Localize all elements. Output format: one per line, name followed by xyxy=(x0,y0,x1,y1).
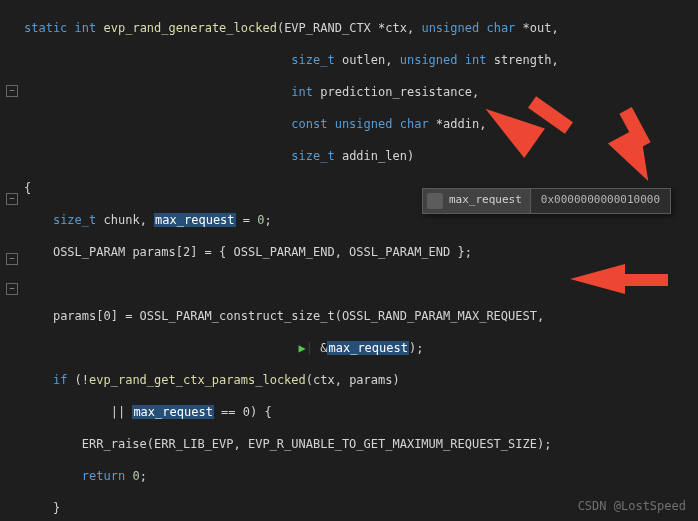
variable-icon xyxy=(427,193,443,209)
fold-gutter: − − − − xyxy=(0,0,24,521)
highlight-max-request: max_request xyxy=(154,213,235,227)
type-int: int xyxy=(75,21,97,35)
code-content[interactable]: static int evp_rand_generate_locked(EVP_… xyxy=(24,0,698,521)
function-name: evp_rand_generate_locked xyxy=(104,21,277,35)
fold-toggle[interactable]: − xyxy=(6,283,18,295)
highlight-max-request: max_request xyxy=(132,405,213,419)
code-editor[interactable]: − − − − static int evp_rand_generate_loc… xyxy=(0,0,698,521)
debug-tooltip: max_request 0x0000000000010000 xyxy=(422,188,671,214)
keyword-static: static xyxy=(24,21,67,35)
fold-toggle[interactable]: − xyxy=(6,85,18,97)
watermark: CSDN @LostSpeed xyxy=(578,499,686,513)
fold-toggle[interactable]: − xyxy=(6,193,18,205)
tooltip-variable-value: 0x0000000000010000 xyxy=(530,189,670,213)
construct-call: params[0] = OSSL_PARAM_construct_size_t(… xyxy=(53,309,544,323)
fold-toggle[interactable]: − xyxy=(6,253,18,265)
params-decl: OSSL_PARAM params[2] = { OSSL_PARAM_END,… xyxy=(53,245,472,259)
execution-marker-icon: ▶ xyxy=(299,341,306,355)
params: (EVP_RAND_CTX *ctx, xyxy=(277,21,422,35)
tooltip-variable-name: max_request xyxy=(447,189,530,213)
highlight-max-request: max_request xyxy=(327,341,408,355)
err-raise: ERR_raise(ERR_LIB_EVP, EVP_R_UNABLE_TO_G… xyxy=(82,437,552,451)
